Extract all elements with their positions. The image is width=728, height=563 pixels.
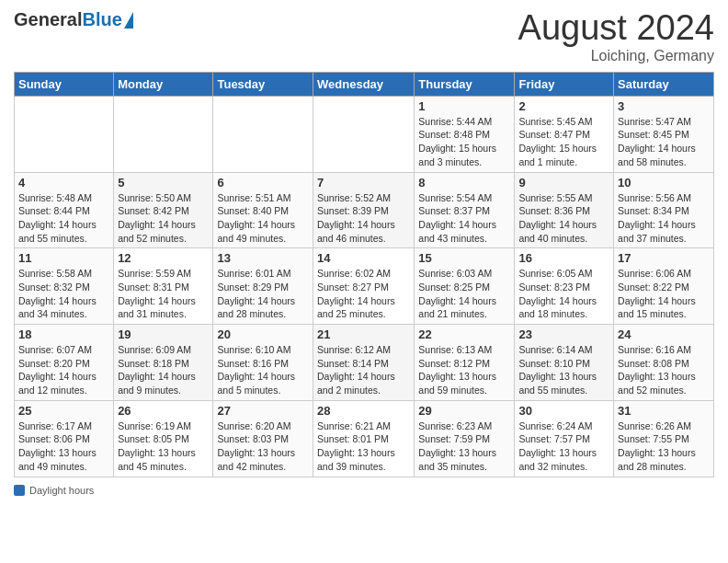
- day-info: Sunrise: 6:02 AMSunset: 8:27 PMDaylight:…: [317, 267, 410, 321]
- day-info: Sunrise: 6:09 AMSunset: 8:18 PMDaylight:…: [118, 343, 209, 397]
- calendar-day-cell: 1Sunrise: 5:44 AMSunset: 8:48 PMDaylight…: [415, 96, 515, 172]
- day-info: Sunrise: 5:59 AMSunset: 8:31 PMDaylight:…: [118, 267, 209, 321]
- day-info: Sunrise: 5:45 AMSunset: 8:47 PMDaylight:…: [518, 115, 609, 169]
- calendar-day-header: Wednesday: [313, 72, 415, 96]
- day-number: 10: [618, 176, 710, 190]
- day-info: Sunrise: 6:21 AMSunset: 8:01 PMDaylight:…: [317, 419, 410, 474]
- calendar-day-cell: [213, 96, 313, 172]
- calendar-day-cell: 23Sunrise: 6:14 AMSunset: 8:10 PMDayligh…: [515, 325, 614, 401]
- day-number: 3: [618, 99, 710, 113]
- calendar-week-row: 25Sunrise: 6:17 AMSunset: 8:06 PMDayligh…: [15, 400, 714, 477]
- title-block: August 2024 Loiching, Germany: [518, 9, 714, 64]
- day-number: 11: [18, 251, 109, 265]
- day-number: 21: [317, 327, 410, 341]
- day-number: 18: [18, 327, 109, 341]
- calendar-day-cell: 18Sunrise: 6:07 AMSunset: 8:20 PMDayligh…: [15, 325, 114, 401]
- calendar-day-cell: 25Sunrise: 6:17 AMSunset: 8:06 PMDayligh…: [15, 400, 114, 477]
- calendar-table: SundayMondayTuesdayWednesdayThursdayFrid…: [14, 72, 714, 477]
- day-info: Sunrise: 6:19 AMSunset: 8:05 PMDaylight:…: [118, 419, 209, 474]
- calendar-week-row: 18Sunrise: 6:07 AMSunset: 8:20 PMDayligh…: [15, 325, 714, 401]
- calendar-day-cell: 15Sunrise: 6:03 AMSunset: 8:25 PMDayligh…: [415, 248, 515, 325]
- footer-icon: [14, 485, 25, 496]
- calendar-header-row: SundayMondayTuesdayWednesdayThursdayFrid…: [15, 72, 714, 96]
- calendar-day-cell: 5Sunrise: 5:50 AMSunset: 8:42 PMDaylight…: [114, 172, 213, 248]
- calendar-day-cell: 22Sunrise: 6:13 AMSunset: 8:12 PMDayligh…: [415, 325, 515, 401]
- day-number: 17: [618, 251, 710, 265]
- footer-label: Daylight hours: [29, 485, 94, 496]
- day-info: Sunrise: 5:55 AMSunset: 8:36 PMDaylight:…: [518, 191, 609, 246]
- location-subtitle: Loiching, Germany: [518, 48, 714, 64]
- day-info: Sunrise: 6:10 AMSunset: 8:16 PMDaylight:…: [217, 343, 309, 397]
- calendar-day-cell: 16Sunrise: 6:05 AMSunset: 8:23 PMDayligh…: [515, 248, 614, 325]
- day-number: 15: [418, 251, 510, 265]
- day-info: Sunrise: 6:14 AMSunset: 8:10 PMDaylight:…: [518, 343, 609, 397]
- day-number: 5: [118, 176, 209, 190]
- day-info: Sunrise: 5:56 AMSunset: 8:34 PMDaylight:…: [618, 191, 710, 246]
- page-header: General Blue August 2024 Loiching, Germa…: [14, 9, 714, 64]
- calendar-day-cell: [114, 96, 213, 172]
- calendar-day-cell: 21Sunrise: 6:12 AMSunset: 8:14 PMDayligh…: [313, 325, 415, 401]
- day-number: 16: [518, 251, 609, 265]
- day-number: 1: [418, 99, 510, 113]
- calendar-day-header: Saturday: [614, 72, 714, 96]
- calendar-day-cell: 29Sunrise: 6:23 AMSunset: 7:59 PMDayligh…: [415, 400, 515, 477]
- day-info: Sunrise: 6:16 AMSunset: 8:08 PMDaylight:…: [618, 343, 710, 397]
- day-info: Sunrise: 6:13 AMSunset: 8:12 PMDaylight:…: [418, 343, 510, 397]
- calendar-day-cell: [15, 96, 114, 172]
- day-info: Sunrise: 6:12 AMSunset: 8:14 PMDaylight:…: [317, 343, 410, 397]
- calendar-day-cell: 17Sunrise: 6:06 AMSunset: 8:22 PMDayligh…: [614, 248, 714, 325]
- day-info: Sunrise: 5:52 AMSunset: 8:39 PMDaylight:…: [317, 191, 410, 246]
- day-info: Sunrise: 6:20 AMSunset: 8:03 PMDaylight:…: [217, 419, 309, 474]
- day-number: 14: [317, 251, 410, 265]
- calendar-footer: Daylight hours: [14, 485, 714, 496]
- calendar-day-cell: 20Sunrise: 6:10 AMSunset: 8:16 PMDayligh…: [213, 325, 313, 401]
- day-info: Sunrise: 5:51 AMSunset: 8:40 PMDaylight:…: [217, 191, 309, 246]
- day-number: 13: [217, 251, 309, 265]
- calendar-day-cell: [313, 96, 415, 172]
- logo: General Blue: [14, 9, 133, 30]
- calendar-day-cell: 28Sunrise: 6:21 AMSunset: 8:01 PMDayligh…: [313, 400, 415, 477]
- day-info: Sunrise: 5:50 AMSunset: 8:42 PMDaylight:…: [118, 191, 209, 246]
- day-info: Sunrise: 6:26 AMSunset: 7:55 PMDaylight:…: [618, 419, 710, 474]
- calendar-week-row: 1Sunrise: 5:44 AMSunset: 8:48 PMDaylight…: [15, 96, 714, 172]
- day-number: 7: [317, 176, 410, 190]
- calendar-week-row: 4Sunrise: 5:48 AMSunset: 8:44 PMDaylight…: [15, 172, 714, 248]
- calendar-day-header: Sunday: [15, 72, 114, 96]
- logo-icon: [124, 12, 133, 29]
- day-info: Sunrise: 6:23 AMSunset: 7:59 PMDaylight:…: [418, 419, 510, 474]
- day-number: 4: [18, 176, 109, 190]
- calendar-day-cell: 12Sunrise: 5:59 AMSunset: 8:31 PMDayligh…: [114, 248, 213, 325]
- day-number: 31: [618, 404, 710, 418]
- calendar-day-cell: 3Sunrise: 5:47 AMSunset: 8:45 PMDaylight…: [614, 96, 714, 172]
- day-number: 24: [618, 327, 710, 341]
- day-number: 9: [518, 176, 609, 190]
- calendar-day-cell: 10Sunrise: 5:56 AMSunset: 8:34 PMDayligh…: [614, 172, 714, 248]
- day-info: Sunrise: 5:44 AMSunset: 8:48 PMDaylight:…: [418, 115, 510, 169]
- day-number: 2: [518, 99, 609, 113]
- calendar-day-cell: 19Sunrise: 6:09 AMSunset: 8:18 PMDayligh…: [114, 325, 213, 401]
- day-number: 28: [317, 404, 410, 418]
- calendar-day-cell: 31Sunrise: 6:26 AMSunset: 7:55 PMDayligh…: [614, 400, 714, 477]
- day-number: 27: [217, 404, 309, 418]
- day-info: Sunrise: 6:17 AMSunset: 8:06 PMDaylight:…: [18, 419, 109, 474]
- month-year-title: August 2024: [518, 9, 714, 48]
- day-number: 22: [418, 327, 510, 341]
- calendar-day-header: Thursday: [415, 72, 515, 96]
- day-number: 8: [418, 176, 510, 190]
- day-info: Sunrise: 6:06 AMSunset: 8:22 PMDaylight:…: [618, 267, 710, 321]
- calendar-day-cell: 7Sunrise: 5:52 AMSunset: 8:39 PMDaylight…: [313, 172, 415, 248]
- day-info: Sunrise: 6:03 AMSunset: 8:25 PMDaylight:…: [418, 267, 510, 321]
- day-info: Sunrise: 5:54 AMSunset: 8:37 PMDaylight:…: [418, 191, 510, 246]
- day-info: Sunrise: 5:58 AMSunset: 8:32 PMDaylight:…: [18, 267, 109, 321]
- calendar-day-cell: 24Sunrise: 6:16 AMSunset: 8:08 PMDayligh…: [614, 325, 714, 401]
- calendar-day-cell: 11Sunrise: 5:58 AMSunset: 8:32 PMDayligh…: [15, 248, 114, 325]
- calendar-day-header: Monday: [114, 72, 213, 96]
- day-number: 19: [118, 327, 209, 341]
- day-info: Sunrise: 6:05 AMSunset: 8:23 PMDaylight:…: [518, 267, 609, 321]
- day-number: 26: [118, 404, 209, 418]
- calendar-day-cell: 6Sunrise: 5:51 AMSunset: 8:40 PMDaylight…: [213, 172, 313, 248]
- day-number: 12: [118, 251, 209, 265]
- day-number: 25: [18, 404, 109, 418]
- calendar-day-cell: 27Sunrise: 6:20 AMSunset: 8:03 PMDayligh…: [213, 400, 313, 477]
- calendar-day-cell: 4Sunrise: 5:48 AMSunset: 8:44 PMDaylight…: [15, 172, 114, 248]
